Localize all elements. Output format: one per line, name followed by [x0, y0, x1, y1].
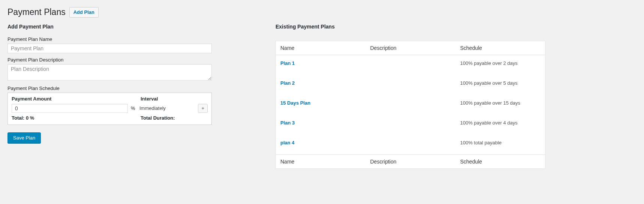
existing-plans-heading: Existing Payment Plans — [276, 24, 545, 30]
percent-sign: % — [131, 105, 136, 111]
table-footer-name: Name — [276, 154, 366, 168]
plan-description — [366, 75, 456, 95]
plan-schedule: 100% payable over 5 days — [456, 75, 545, 95]
amount-header: Payment Amount — [12, 96, 141, 102]
table-row: plan 4100% total payable — [276, 135, 545, 155]
plan-description — [366, 115, 456, 135]
interval-header: Interval — [141, 96, 208, 102]
plan-schedule: 100% payable over 15 days — [456, 95, 545, 115]
table-row: Plan 1100% payable over 2 days — [276, 55, 545, 75]
plan-description — [366, 55, 456, 75]
plan-schedule: 100% payable over 2 days — [456, 55, 545, 75]
plan-link[interactable]: Plan 1 — [280, 60, 295, 66]
table-row: Plan 3100% payable over 4 days — [276, 115, 545, 135]
plan-link[interactable]: 15 Days Plan — [280, 100, 310, 106]
plan-name-input[interactable] — [7, 44, 212, 53]
table-header-schedule: Schedule — [456, 41, 545, 55]
add-row-button[interactable]: + — [198, 104, 208, 113]
duration-label: Total Duration: — [141, 115, 208, 121]
interval-text: Immediately — [139, 105, 195, 111]
add-plan-button[interactable]: Add Plan — [69, 7, 99, 18]
table-header-name: Name — [276, 41, 366, 55]
plan-desc-label: Payment Plan Description — [7, 57, 212, 63]
add-plan-heading: Add Payment Plan — [7, 24, 212, 30]
plan-link[interactable]: Plan 3 — [280, 120, 295, 126]
table-row: Plan 2100% payable over 5 days — [276, 75, 545, 95]
amount-input[interactable] — [12, 104, 128, 113]
plan-schedule: 100% payable over 4 days — [456, 115, 545, 135]
table-header-description: Description — [366, 41, 456, 55]
plan-name-label: Payment Plan Name — [7, 36, 212, 42]
plan-link[interactable]: Plan 2 — [280, 80, 295, 86]
schedule-box: Payment Amount Interval % Immediately + … — [7, 93, 212, 125]
plan-desc-input[interactable] — [7, 64, 212, 81]
plan-description — [366, 95, 456, 115]
total-label: Total: 0 % — [12, 115, 141, 121]
table-row: 15 Days Plan100% payable over 15 days — [276, 95, 545, 115]
table-footer-schedule: Schedule — [456, 154, 545, 168]
table-footer-description: Description — [366, 154, 456, 168]
plan-link[interactable]: plan 4 — [280, 140, 295, 146]
plan-schedule: 100% total payable — [456, 135, 545, 155]
plan-schedule-label: Payment Plan Schedule — [7, 86, 212, 91]
plans-table: Name Description Schedule Plan 1100% pay… — [276, 41, 545, 169]
plan-description — [366, 135, 456, 155]
save-plan-button[interactable]: Save Plan — [7, 132, 41, 143]
page-title: Payment Plans — [7, 7, 66, 18]
